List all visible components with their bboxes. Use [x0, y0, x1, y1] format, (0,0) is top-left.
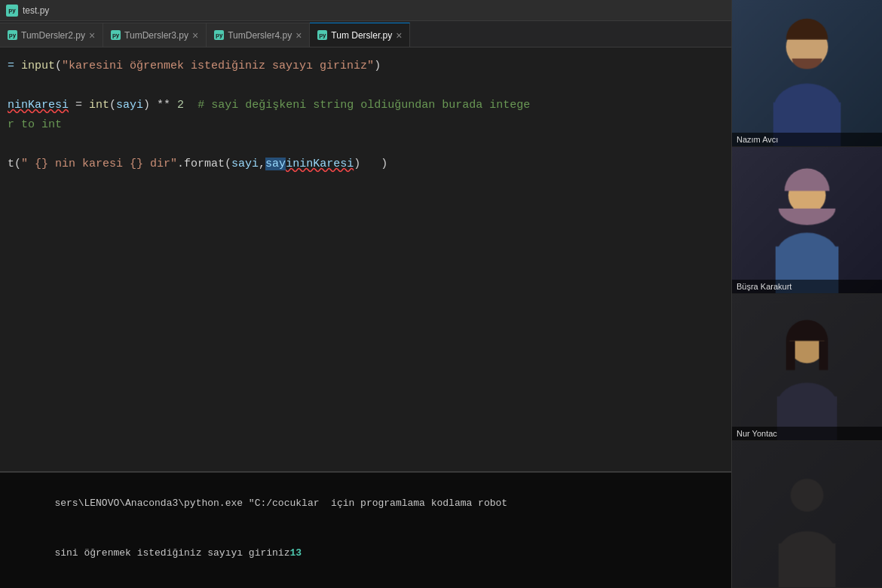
code-line-6: t(" {} nin karesi {} dir".format(sayi,sa…: [0, 155, 731, 174]
tab-label-3: TumDersler4.py: [228, 30, 292, 41]
code-line-5: [0, 135, 731, 155]
tab-close-2[interactable]: ×: [192, 30, 198, 41]
participant-bg-1: [732, 0, 882, 146]
code-text-1: = input("karesini öğrenmek istediğiniz s…: [8, 57, 381, 76]
tabs-bar: py TumDersler2.py × py TumDersler3.py × …: [0, 21, 731, 47]
tab-TumDersler2[interactable]: py TumDersler2.py ×: [0, 23, 103, 47]
code-line-2: [0, 76, 731, 96]
editor-area: py test.py py TumDersler2.py × py TumDer…: [0, 0, 731, 588]
file-icon: py: [6, 5, 18, 17]
participant-bg-3: [732, 294, 882, 440]
tab-icon-4: py: [317, 30, 327, 40]
code-text-4: r to int: [8, 115, 62, 135]
code-line-1: = input("karesini öğrenmek istediğiniz s…: [0, 57, 731, 76]
participant-name-3: Nur Yontac: [732, 427, 882, 440]
code-line-3: ninKaresi = int(sayi) ** 2 # sayi değişk…: [0, 96, 731, 115]
participant-card-3: Nur Yontac: [732, 294, 882, 441]
code-text-5: [8, 135, 14, 155]
participants-panel: Nazım Avcı Büşra Karakurt Nur Yontac: [731, 0, 882, 588]
tab-label-4: Tum Dersler.py: [331, 30, 392, 41]
tab-close-4[interactable]: ×: [396, 30, 402, 41]
participant-canvas-2: [732, 147, 882, 293]
tab-TumDersler3[interactable]: py TumDersler3.py ×: [103, 23, 207, 47]
tab-label-1: TumDersler2.py: [21, 30, 85, 41]
participant-canvas-1: [732, 0, 882, 146]
tab-close-1[interactable]: ×: [89, 30, 95, 41]
participant-card-2: Büşra Karakurt: [732, 147, 882, 294]
terminal-line-2: sini öğrenmek istediğiniz sayıyı giriniz…: [8, 528, 724, 578]
terminal-line-1: sers\LENOVO\Anaconda3\python.exe "C:/coc…: [8, 479, 724, 528]
tab-close-3[interactable]: ×: [296, 30, 302, 41]
tab-TumDersler4[interactable]: py TumDersler4.py ×: [207, 23, 310, 47]
tab-icon-3: py: [214, 30, 224, 40]
participant-card-1: Nazım Avcı: [732, 0, 882, 147]
participant-name-2: Büşra Karakurt: [732, 280, 882, 293]
participant-bg-2: [732, 147, 882, 293]
participant-canvas-3: [732, 294, 882, 440]
code-text-3: ninKaresi = int(sayi) ** 2 # sayi değişk…: [8, 96, 530, 115]
main-container: py test.py py TumDersler2.py × py TumDer…: [0, 0, 882, 588]
terminal-area: sers\LENOVO\Anaconda3\python.exe "C:/coc…: [0, 471, 731, 588]
participant-name-1: Nazım Avcı: [732, 133, 882, 146]
title-bar: py test.py: [0, 0, 731, 21]
participant-bg-4: [732, 441, 882, 587]
participant-card-4: [732, 441, 882, 588]
tab-TumDersler[interactable]: py Tum Dersler.py ×: [310, 23, 410, 47]
tab-icon-1: py: [8, 30, 17, 40]
participant-canvas-4: [732, 441, 882, 587]
code-editor[interactable]: = input("karesini öğrenmek istediğiniz s…: [0, 47, 731, 471]
code-text-6: t(" {} nin karesi {} dir".format(sayi,sa…: [8, 155, 387, 174]
terminal-line-3: nin karesi 169 dir: [8, 578, 724, 588]
code-text-2: [8, 76, 14, 96]
code-line-4: r to int: [0, 115, 731, 135]
tab-icon-2: py: [111, 30, 121, 40]
tab-label-2: TumDersler3.py: [124, 30, 188, 41]
title-bar-text: test.py: [23, 5, 49, 16]
terminal-highlight: 13: [289, 547, 302, 559]
